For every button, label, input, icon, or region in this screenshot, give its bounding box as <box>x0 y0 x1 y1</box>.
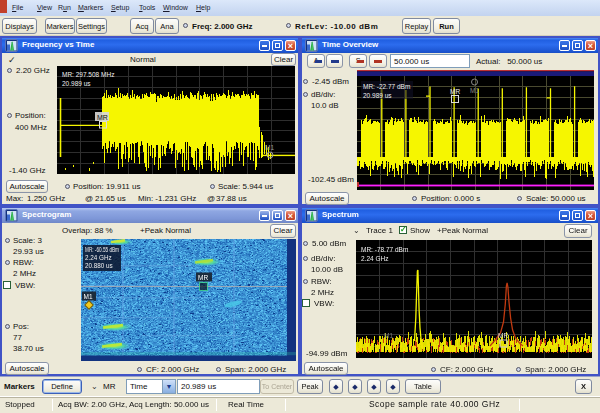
svg-text:MR: MR <box>450 88 460 95</box>
svg-text:MR: MR <box>198 274 208 281</box>
svg-text:20.989 us: 20.989 us <box>62 80 91 87</box>
svg-text:M1: M1 <box>84 293 93 300</box>
svg-text:MR: MR <box>97 114 108 121</box>
svg-text:20.880 us: 20.880 us <box>85 262 113 269</box>
svg-text:MR: -78.77 dBm: MR: -78.77 dBm <box>361 246 408 253</box>
svg-text:MR: -22.77 dBm: MR: -22.77 dBm <box>363 83 410 90</box>
svg-text:MR: MR <box>498 332 508 339</box>
svg-text:2.24 GHz: 2.24 GHz <box>361 255 388 262</box>
svg-text:MR: -60.55 dBm: MR: -60.55 dBm <box>85 246 119 253</box>
svg-text:M1: M1 <box>384 332 393 339</box>
svg-text:20.989 us: 20.989 us <box>363 92 392 99</box>
svg-text:MR: 297.508 MHz: MR: 297.508 MHz <box>62 71 114 78</box>
svg-text:2.24 GHz: 2.24 GHz <box>85 254 112 261</box>
svg-text:M1: M1 <box>265 144 274 151</box>
svg-text:M1: M1 <box>470 87 479 94</box>
